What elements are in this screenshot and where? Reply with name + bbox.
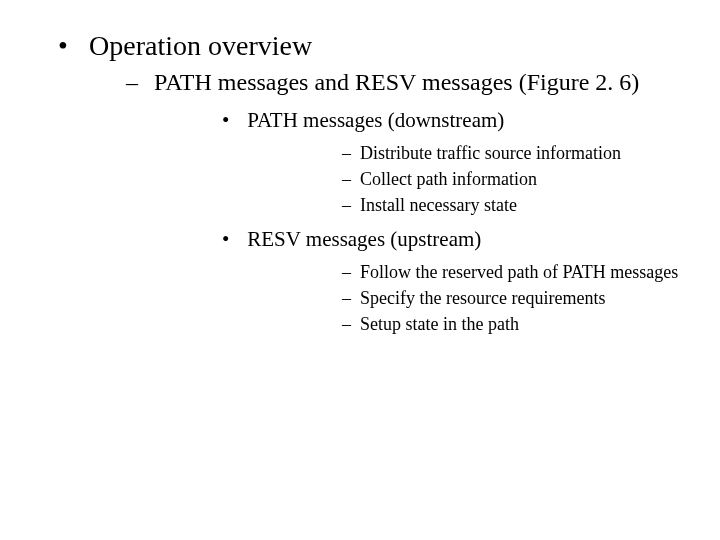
specify-resource-req-item: Specify the resource requirements [242,286,680,310]
text-l4c: Install necessary state [360,195,517,215]
setup-state-path-item: Setup state in the path [242,312,680,336]
slide-body: Operation overview PATH messages and RES… [0,0,720,337]
install-state-item: Install necessary state [242,193,680,217]
bullet-list-level2: PATH messages and RESV messages (Figure … [82,67,680,337]
follow-reserved-path-item: Follow the reserved path of PATH message… [242,260,680,284]
text-l4f: Setup state in the path [360,314,519,334]
collect-path-item: Collect path information [242,167,680,191]
text-l4e: Specify the resource requirements [360,288,605,308]
operation-overview-item: Operation overview PATH messages and RES… [40,28,680,337]
text-l4b: Collect path information [360,169,537,189]
text-l2: PATH messages and RESV messages (Figure … [154,69,639,95]
bullet-list-level4: Distribute traffic source information Co… [242,141,680,218]
path-resv-figure-item: PATH messages and RESV messages (Figure … [82,67,680,337]
resv-upstream-item: RESV messages (upstream) Follow the rese… [148,225,680,336]
distribute-traffic-item: Distribute traffic source information [242,141,680,165]
path-downstream-item: PATH messages (downstream) Distribute tr… [148,106,680,217]
bullet-list-level3: PATH messages (downstream) Distribute tr… [148,106,680,336]
text-l3a: PATH messages (downstream) [247,108,504,132]
bullet-list-level1: Operation overview PATH messages and RES… [40,28,680,337]
text-l1: Operation overview [89,30,312,61]
text-l4a: Distribute traffic source information [360,143,621,163]
bullet-list-level4b: Follow the reserved path of PATH message… [242,260,680,337]
text-l4d: Follow the reserved path of PATH message… [360,262,678,282]
text-l3b: RESV messages (upstream) [247,227,481,251]
